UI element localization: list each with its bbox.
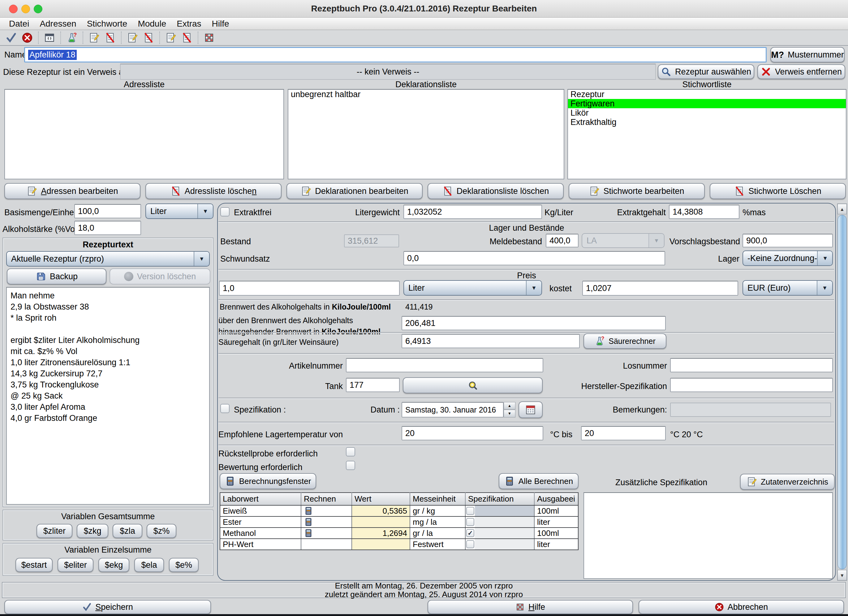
var-zpercent-button[interactable]: $z% [147,524,176,538]
table-row[interactable]: Methanol 1,2694 gr / la ✓ 100ml [220,527,578,539]
var-epercent-button[interactable]: $e% [169,558,199,572]
preis-einheit-dropdown[interactable]: Liter▼ [403,280,542,296]
abbrechen-button[interactable]: Abbrechen [639,600,844,614]
hilfe-button[interactable]: Hilfe [428,600,633,614]
col-ausgabeeinheit[interactable]: Ausgabeei [534,493,578,505]
hersteller-spezifikation-input[interactable] [670,378,833,392]
waehrung-dropdown[interactable]: EUR (Euro)▼ [743,280,833,296]
spinner-down-icon[interactable]: ▼ [504,410,516,418]
alkoholstaerke-input[interactable]: 18,0 [74,221,141,235]
rueckstellprobe-checkbox[interactable] [346,447,355,456]
delete-document-icon[interactable] [181,32,193,44]
tank-input[interactable]: 177 [346,378,400,392]
calculator-icon[interactable] [304,506,313,515]
table-row[interactable]: Ester mg / la liter [220,517,578,527]
vorschlagsbestand-input[interactable]: 900,0 [743,234,833,247]
laborwert-table[interactable]: Laborwert Rechnen Wert Messeinheit Spezi… [219,492,578,550]
spezifikation-checkbox[interactable] [466,518,474,526]
list-item[interactable]: unbegrenzt haltbar [288,90,564,99]
spinner-up-icon[interactable]: ▲ [504,402,516,409]
extraktfrei-checkbox[interactable] [220,207,230,216]
confirm-check-icon[interactable] [5,32,17,44]
spezifikation-cell[interactable] [465,517,534,527]
lagertemperatur-von-input[interactable]: 20 [402,426,543,440]
litergewicht-input[interactable]: 1,032052 [403,205,542,219]
calculator-icon[interactable] [304,529,313,538]
rechnen-cell[interactable] [301,527,352,539]
rezepturtext-textarea[interactable]: Man nehme 2,9 la Obstwasser 38 * la Spri… [6,287,210,505]
col-spezifikation[interactable]: Spezifikation [465,493,534,505]
flask-question-icon[interactable] [66,32,78,44]
vertical-scrollbar[interactable]: ▲ ▼ [837,203,847,581]
wert-cell[interactable]: 0,5365 [352,505,410,517]
messeinheit-cell[interactable]: gr / kg [410,505,465,517]
col-wert[interactable]: Wert [352,493,410,505]
menu-extras[interactable]: Extras [171,19,206,29]
menu-hilfe[interactable]: Hilfe [207,19,234,29]
lager-dropdown[interactable]: -Keine Zuordnung-▼ [743,250,833,266]
zutatenverzeichnis-button[interactable]: Zutatenverzeichnis [740,474,835,490]
rechnen-cell[interactable] [301,539,352,550]
cancel-icon[interactable] [21,32,33,44]
scroll-down-icon[interactable]: ▼ [838,570,847,580]
version-loeschen-button[interactable]: Version löschen [110,268,211,284]
tank-search-button[interactable] [403,377,543,393]
wert-cell[interactable] [352,517,410,527]
col-messeinheit[interactable]: Messeinheit [410,493,465,505]
menu-datei[interactable]: Datei [4,19,34,29]
edit-document-icon[interactable] [165,32,176,44]
adressen-bearbeiten-button[interactable]: Adressen bearbeiten [4,183,141,199]
ausgabeeinheit-cell[interactable]: 100ml [534,527,578,539]
list-item[interactable]: Likör [568,108,846,117]
preis-menge-input[interactable]: 1,0 [219,281,400,296]
var-zliter-button[interactable]: $zliter [37,524,73,538]
laborwert-cell[interactable]: PH-Wert [220,539,301,550]
adressliste-loeschen-button[interactable]: Adressliste löschen [145,183,282,199]
calculator-icon[interactable] [304,517,313,527]
brennwert2-input[interactable]: 206,481 [402,316,666,330]
datum-spinner[interactable]: ▲ ▼ [504,402,516,418]
wert-cell[interactable]: 1,2694 [352,527,410,539]
berechnungsfenster-button[interactable]: Berechnungsfenster [219,473,316,489]
window-icon[interactable] [44,32,55,44]
messeinheit-cell[interactable]: gr / la [410,527,465,539]
menu-stichworte[interactable]: Stichworte [82,19,133,29]
laborwert-cell[interactable]: Methanol [220,527,301,539]
deklarationsliste-list[interactable]: unbegrenzt haltbar [288,89,564,179]
rechnen-cell[interactable] [301,517,352,527]
stichworte-bearbeiten-button[interactable]: Stichworte bearbeiten [569,183,705,199]
edit-document-icon[interactable] [126,32,138,44]
artikelnummer-input[interactable] [346,358,543,372]
var-estart-button[interactable]: $estart [15,558,53,572]
col-rechnen[interactable]: Rechnen [301,493,352,505]
losnummer-input[interactable] [670,358,833,372]
messeinheit-cell[interactable]: mg / la [410,517,465,527]
var-ela-button[interactable]: $ela [134,558,164,572]
scroll-up-icon[interactable]: ▲ [838,204,847,214]
basismenge-einheit-dropdown[interactable]: Liter▼ [145,203,213,219]
list-item[interactable]: Rezeptur [568,90,846,99]
ausgabeeinheit-cell[interactable]: 100ml [534,505,578,517]
saeurerechner-button[interactable]: Säurerechner [584,333,666,349]
rezeptur-auswaehlen-button[interactable]: Rezeptur auswählen [658,64,754,79]
var-ekg-button[interactable]: $ekg [98,558,129,572]
rechnen-cell[interactable] [301,505,352,517]
list-item[interactable]: Extrakthaltig [568,117,846,127]
var-eliter-button[interactable]: $eliter [58,558,93,572]
delete-document-icon[interactable] [104,32,116,44]
menu-adressen[interactable]: Adressen [34,19,82,29]
table-row[interactable]: Eiweiß 0,5365 gr / kg 100ml [220,505,578,517]
backup-button[interactable]: Backup [7,268,107,284]
zusaetzliche-spezifikation-panel[interactable] [584,492,833,579]
speichern-button[interactable]: Speichern [4,600,211,614]
deklarationsliste-loeschen-button[interactable]: Deklarationsliste löschen [428,183,564,199]
name-input[interactable]: Apfellikör 18 [24,47,766,62]
list-item-selected[interactable]: Fertigwaren [568,99,846,108]
col-laborwert[interactable]: Laborwert [220,493,301,505]
deklarationen-bearbeiten-button[interactable]: Deklarationen bearbeiten [286,183,423,199]
alle-berechnen-button[interactable]: Alle Berechnen [499,473,578,489]
datum-input[interactable]: Samstag, 30. Januar 2016 [402,402,504,418]
laborwert-cell[interactable]: Ester [220,517,301,527]
messeinheit-cell[interactable]: Festwert [410,539,465,550]
grid-icon[interactable] [203,32,215,44]
